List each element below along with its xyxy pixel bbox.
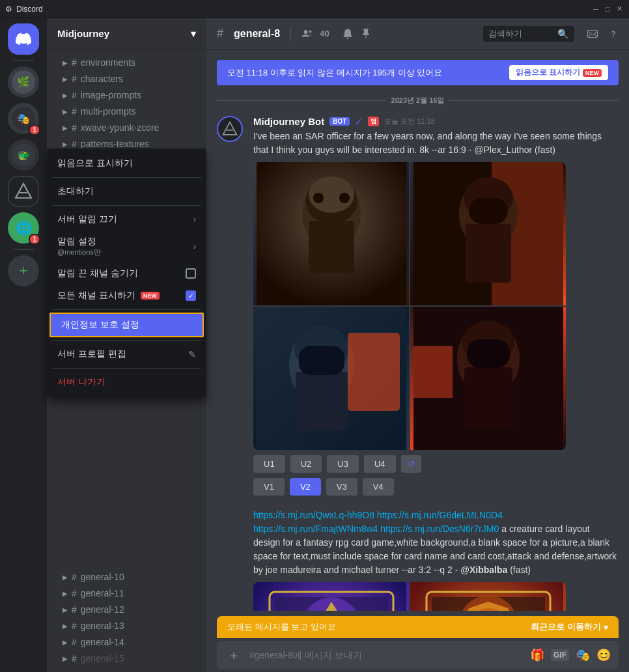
search-input[interactable] [488, 29, 553, 38]
date-separator: 2023년 2월 16일 [217, 96, 619, 105]
channel-item-general-12[interactable]: ▶ # general-12 [52, 602, 201, 617]
unread-banner: 오전 11:18 이후로 읽지 않은 메시지가 195개 이상 있어요 읽음으로… [217, 60, 619, 85]
v4-button[interactable]: V4 [363, 478, 394, 496]
channel-name: general-15 [81, 653, 124, 664]
context-item-content: 알림 설정 @mentions만 [57, 236, 101, 257]
titlebar-left: ⚙ Discord [5, 5, 43, 14]
context-separator-4 [52, 340, 201, 341]
channel-hash-icon: # [72, 139, 77, 149]
new-badge: NEW [141, 292, 160, 300]
context-hide-muted[interactable]: 알림 끈 채널 숨기기 [47, 262, 206, 285]
sticker-icon[interactable]: 🎭 [576, 648, 590, 662]
date-text: 2023년 2월 16일 [391, 96, 445, 105]
new-badge-icon: NEW [583, 69, 602, 77]
server-icon-1[interactable]: 🌿 [8, 66, 39, 98]
context-mark-read[interactable]: 읽음으로 표시하기 [47, 152, 206, 175]
message-2-spacer [217, 509, 243, 611]
jump-latest-button[interactable]: 최근으로 이동하기 ▾ [531, 621, 608, 633]
action-buttons-row2: V1 V2 V3 V4 [253, 478, 619, 496]
titlebar-controls[interactable]: ─ □ ✕ [591, 5, 624, 14]
channel-item-multi-prompts[interactable]: ▶ # multi-prompts [52, 104, 201, 119]
minimize-button[interactable]: ─ [591, 5, 600, 14]
channel-name: image-prompts [81, 90, 141, 100]
context-item-sub: @mentions만 [57, 247, 101, 257]
messages-area[interactable]: 오전 11:18 이후로 읽지 않은 메시지가 195개 이상 있어요 읽음으로… [206, 49, 629, 611]
context-leave-server[interactable]: 서버 나가기 [47, 371, 206, 393]
channel-item-characters[interactable]: ▶ # characters [52, 71, 201, 87]
context-invite[interactable]: 초대하기 [47, 180, 206, 203]
v1-button[interactable]: V1 [253, 478, 285, 496]
v2-button[interactable]: V2 [290, 478, 321, 496]
separator-line [217, 100, 386, 101]
discord-home-icon[interactable] [8, 23, 39, 55]
maximize-button[interactable]: □ [603, 5, 612, 14]
context-notification-settings[interactable]: 알림 설정 @mentions만 › [47, 231, 206, 262]
context-item-label: 서버 알림 끄기 [57, 214, 117, 225]
channel-item-general-10[interactable]: ▶ # general-10 [52, 569, 201, 585]
channel-item-general-13[interactable]: ▶ # general-13 [52, 618, 201, 634]
channel-item-general-14[interactable]: ▶ # general-14 [52, 634, 201, 650]
channel-hash-icon: # [72, 604, 77, 615]
link-1[interactable]: https://s.mj.run/QwxLq-hh9O8 [253, 510, 374, 520]
u1-button[interactable]: U1 [253, 455, 285, 473]
refresh-button[interactable]: ↺ [401, 455, 421, 473]
link-2[interactable]: https://s.mj.run/G6deLMLN0D4 [377, 510, 503, 520]
card-image-1: Illusion [253, 582, 409, 611]
verified-icon: ✓ [355, 117, 363, 127]
svg-rect-27 [467, 339, 510, 368]
inbox-icon[interactable] [587, 29, 598, 39]
mark-read-button[interactable]: 읽음으로 표시하기 NEW [509, 65, 608, 80]
members-icon[interactable] [301, 29, 312, 39]
channel-hash-icon: # [72, 637, 77, 647]
server-header[interactable]: Midjourney ▾ [47, 18, 206, 49]
server-icon-3[interactable]: 🐲 [8, 139, 39, 171]
channel-item-general-15[interactable]: ▶ # general-15 [52, 651, 201, 666]
gif-button[interactable]: GIF [551, 649, 569, 661]
add-server-button[interactable]: + [8, 255, 39, 287]
link-4[interactable]: https://s.mj.run/DesN6r7rJM0 [380, 524, 499, 534]
channel-name: general-12 [81, 604, 124, 615]
context-privacy-settings[interactable]: 개인정보 보호 설정 [49, 313, 204, 337]
u3-button[interactable]: U3 [327, 455, 359, 473]
context-item-label: 알림 끈 채널 숨기기 [57, 268, 138, 279]
context-show-all-channels[interactable]: 모든 채널 표시하기 NEW ✓ [47, 285, 206, 307]
bot-badge: BOT [329, 117, 350, 126]
gift-icon[interactable]: 🎁 [530, 648, 544, 662]
titlebar-title: Discord [16, 5, 43, 14]
emoji-icon[interactable]: 😊 [596, 648, 611, 662]
server-divider [13, 60, 34, 61]
add-attachment-button[interactable]: ＋ [225, 646, 243, 664]
card-image-2: Badness [410, 582, 566, 611]
svg-rect-22 [348, 333, 400, 411]
notification-badge: 1 [29, 124, 40, 135]
context-edit-profile[interactable]: 서버 프로필 편집 ✎ [47, 343, 206, 365]
context-item-label: 초대하기 [57, 186, 94, 197]
channel-item-general-11[interactable]: ▶ # general-11 [52, 585, 201, 601]
context-mute-server[interactable]: 서버 알림 끄기 › [47, 208, 206, 231]
channel-hash-large-icon: # [217, 27, 223, 40]
channel-item-image-prompts[interactable]: ▶ # image-prompts [52, 87, 201, 103]
channel-item-xwave[interactable]: ▶ # xwave-ypunk-zcore [52, 120, 201, 135]
context-menu: 읽음으로 표시하기 초대하기 서버 알림 끄기 › 알림 설정 @mention… [47, 148, 206, 397]
close-button[interactable]: ✕ [615, 5, 624, 14]
search-box[interactable]: 🔍 [483, 26, 574, 42]
help-icon[interactable] [608, 29, 619, 39]
channel-hash-icon: # [72, 572, 77, 582]
svg-point-9 [313, 193, 324, 203]
server-icon-4[interactable]: 🌐 1 [8, 212, 39, 244]
v3-button[interactable]: V3 [326, 478, 357, 496]
discord-logo: ⚙ [5, 5, 12, 14]
link-3[interactable]: https://s.mj.run/FmajtWNm8w4 [253, 524, 378, 534]
context-item-label: 서버 나가기 [57, 376, 105, 388]
pin-icon[interactable] [361, 29, 371, 39]
message-input[interactable] [249, 650, 524, 660]
notification-icon[interactable] [342, 29, 353, 39]
server-sidebar: 🌿 🎭 1 🐲 🌐 1 + [0, 18, 47, 672]
u4-button[interactable]: U4 [364, 455, 396, 473]
svg-rect-21 [299, 346, 344, 375]
context-item-content: 모든 채널 표시하기 NEW [57, 290, 160, 301]
u2-button[interactable]: U2 [290, 455, 322, 473]
channel-item-environments[interactable]: ▶ # environments [52, 55, 201, 70]
server-icon-midjourney[interactable] [8, 176, 39, 207]
server-icon-2[interactable]: 🎭 1 [8, 103, 39, 134]
